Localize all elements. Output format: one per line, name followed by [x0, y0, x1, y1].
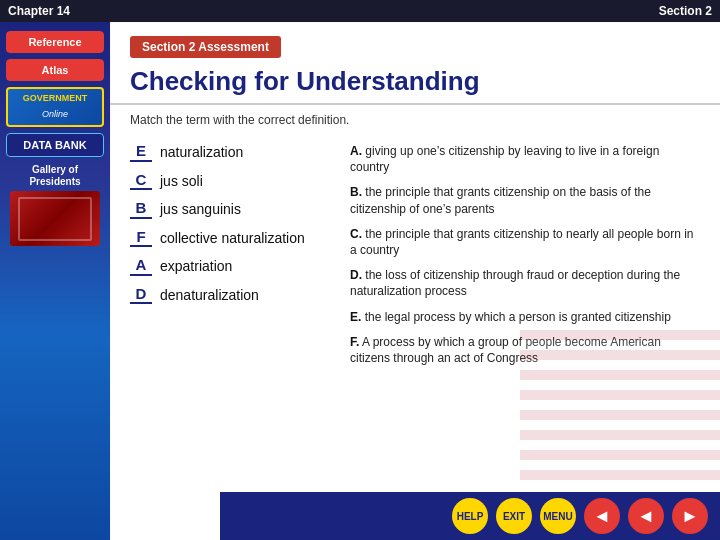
terms-column: E naturalization C jus soli B jus sangui…: [130, 143, 330, 375]
quiz-area: E naturalization C jus soli B jus sangui…: [110, 137, 720, 375]
quiz-row: B jus sanguinis: [130, 200, 330, 219]
chapter-label: Chapter 14: [8, 4, 70, 18]
definition-item: F. A process by which a group of people …: [350, 334, 700, 366]
definition-item: E. the legal process by which a person i…: [350, 309, 700, 325]
def-letter: B.: [350, 185, 362, 199]
answer-letter: F: [130, 229, 152, 248]
reference-button[interactable]: Reference: [6, 31, 104, 53]
bottom-nav-bar: HELP EXIT MENU ◄ ◄ ►: [220, 492, 720, 540]
presidents-image[interactable]: [10, 191, 100, 246]
term-text: jus sanguinis: [160, 200, 241, 218]
answer-letter: C: [130, 172, 152, 191]
def-text: the principle that grants citizenship on…: [350, 185, 651, 215]
exit-button[interactable]: EXIT: [496, 498, 532, 534]
answer-letter: B: [130, 200, 152, 219]
def-letter: F.: [350, 335, 359, 349]
prev-button[interactable]: ◄: [584, 498, 620, 534]
section-label: Section 2: [659, 4, 712, 18]
government-online-box[interactable]: GOVERNMENT Online: [6, 87, 104, 127]
quiz-row: C jus soli: [130, 172, 330, 191]
answer-letter: E: [130, 143, 152, 162]
help-button[interactable]: HELP: [452, 498, 488, 534]
sidebar-item-data-bank: DATA BANK: [6, 133, 104, 157]
def-text: A process by which a group of people bec…: [350, 335, 661, 365]
term-text: collective naturalization: [160, 229, 305, 247]
definition-item: C. the principle that grants citizenship…: [350, 226, 700, 258]
term-text: jus soli: [160, 172, 203, 190]
def-letter: A.: [350, 144, 362, 158]
quiz-row: E naturalization: [130, 143, 330, 162]
page-title: Checking for Understanding: [110, 66, 720, 105]
definitions-column: A. giving up one’s citizenship by leavin…: [350, 143, 700, 375]
presidents-label: Presidents: [6, 176, 104, 188]
def-text: giving up one’s citizenship by leaving t…: [350, 144, 659, 174]
answer-letter: A: [130, 257, 152, 276]
menu-button[interactable]: MENU: [540, 498, 576, 534]
sidebar-item-reference: Reference: [6, 31, 104, 53]
data-bank-button[interactable]: DATA BANK: [6, 133, 104, 157]
definition-item: B. the principle that grants citizenship…: [350, 184, 700, 216]
answer-letter: D: [130, 286, 152, 305]
instruction-text: Match the term with the correct definiti…: [110, 113, 720, 137]
sidebar: Reference Atlas GOVERNMENT Online DATA B…: [0, 22, 110, 540]
def-text: the legal process by which a person is g…: [365, 310, 671, 324]
def-letter: D.: [350, 268, 362, 282]
def-letter: C.: [350, 227, 362, 241]
term-text: naturalization: [160, 143, 243, 161]
government-title: GOVERNMENT: [12, 93, 98, 103]
quiz-row: A expatriation: [130, 257, 330, 276]
gallery-label: Gallery of: [6, 164, 104, 176]
definition-item: D. the loss of citizenship through fraud…: [350, 267, 700, 299]
gallery-presidents-section[interactable]: Gallery of Presidents: [6, 164, 104, 246]
term-text: denaturalization: [160, 286, 259, 304]
main-content: Section 2 Assessment Checking for Unders…: [110, 22, 720, 540]
quiz-row: F collective naturalization: [130, 229, 330, 248]
atlas-button[interactable]: Atlas: [6, 59, 104, 81]
def-letter: E.: [350, 310, 361, 324]
def-text: the principle that grants citizenship to…: [350, 227, 694, 257]
sidebar-item-atlas: Atlas: [6, 59, 104, 81]
back-button[interactable]: ◄: [628, 498, 664, 534]
definition-item: A. giving up one’s citizenship by leavin…: [350, 143, 700, 175]
top-bar: Chapter 14 Section 2: [0, 0, 720, 22]
next-button[interactable]: ►: [672, 498, 708, 534]
quiz-row: D denaturalization: [130, 286, 330, 305]
section-badge: Section 2 Assessment: [130, 36, 281, 58]
government-sub: Online: [42, 109, 68, 119]
def-text: the loss of citizenship through fraud or…: [350, 268, 680, 298]
term-text: expatriation: [160, 257, 232, 275]
